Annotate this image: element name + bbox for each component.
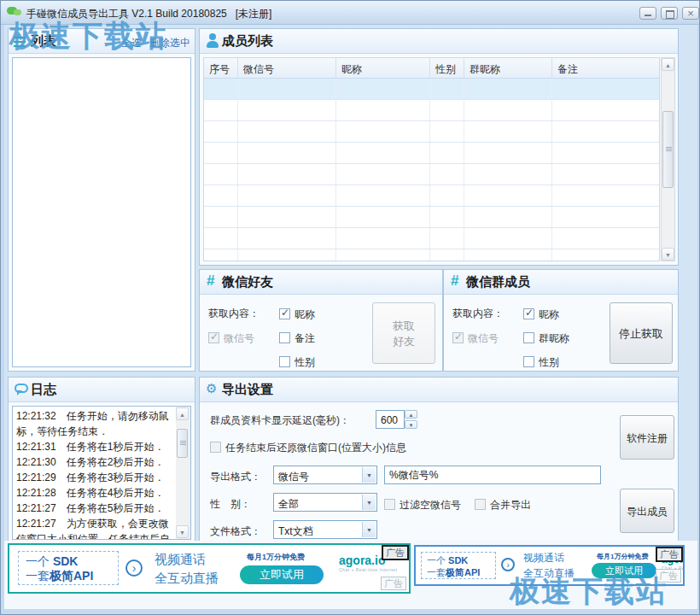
- scrollbar-thumb[interactable]: [177, 429, 188, 458]
- list-panel-header: 列表 全选 删除选中: [9, 29, 195, 54]
- scroll-down-icon[interactable]: ▼: [176, 525, 189, 538]
- gender-checkbox[interactable]: 性别: [279, 354, 315, 370]
- file-format-label: 文件格式：: [210, 524, 261, 539]
- table-row: [204, 121, 659, 143]
- gender-checkbox[interactable]: 性别: [523, 354, 559, 370]
- table-cell: [552, 249, 659, 261]
- scrollbar-thumb[interactable]: [662, 111, 674, 188]
- chevron-down-icon[interactable]: ▼: [362, 467, 376, 483]
- delay-label: 群成员资料卡显示延迟(毫秒)：: [210, 413, 350, 428]
- checkbox-icon[interactable]: [523, 332, 534, 343]
- column-header[interactable]: 昵称: [336, 58, 430, 78]
- remark-checkbox[interactable]: 备注: [279, 330, 315, 346]
- ad-banner[interactable]: 一个 SDK 一套极简API › 视频通话 全互动直播 每月1万分钟免费 立即试…: [414, 545, 685, 586]
- wechat-id-checkbox[interactable]: 微信号: [208, 330, 254, 346]
- log-box[interactable]: 12:21:32 任务开始，请勿移动鼠标，等待任务结束． 12:21:31 任务…: [12, 406, 191, 540]
- checkbox-icon[interactable]: [523, 308, 534, 319]
- delete-selected-link[interactable]: 删除选中: [149, 36, 190, 50]
- checkbox-icon[interactable]: [279, 356, 290, 367]
- ad-strip: 一个 SDK 一套极简API › 视频通话 全互动直播 每月1万分钟免费 立即试…: [4, 541, 697, 609]
- chevron-down-icon[interactable]: ▼: [362, 522, 376, 537]
- table-cell: [336, 164, 430, 184]
- table-cell: [464, 185, 552, 206]
- filter-empty-checkbox[interactable]: 过滤空微信号: [384, 496, 461, 512]
- table-cell: [204, 143, 238, 163]
- stop-fetch-button[interactable]: 停止获取: [610, 302, 673, 364]
- table-cell: [464, 228, 552, 249]
- gender-label: 性 别：: [210, 497, 251, 512]
- format-template-input[interactable]: [384, 466, 601, 484]
- table-cell: [238, 100, 336, 120]
- ad-banner[interactable]: 一个 SDK 一套极简API › 视频通话 全互动直播 每月1万分钟免费 立即试…: [8, 543, 411, 594]
- table-cell: [204, 228, 238, 249]
- column-header[interactable]: 性别: [430, 58, 464, 78]
- nickname-checkbox[interactable]: 昵称: [279, 306, 315, 322]
- chevron-down-icon[interactable]: ▼: [362, 495, 376, 510]
- export-members-button[interactable]: 导出成员: [620, 489, 674, 533]
- table-cell: [552, 164, 659, 184]
- list-panel: 列表 全选 删除选中: [8, 28, 195, 372]
- format-label: 导出格式：: [210, 470, 261, 484]
- table-cell: [336, 100, 430, 120]
- table-cell: [336, 249, 430, 261]
- checkbox-icon[interactable]: [279, 332, 290, 343]
- checkbox-icon[interactable]: [452, 332, 464, 343]
- close-button[interactable]: ×: [682, 7, 699, 20]
- ad-sdk-box: 一个 SDK 一套极简API: [18, 551, 119, 585]
- app-window: 手碰微信成员导出工具 V2.1 Build 20180825 [未注册] × 列…: [0, 0, 700, 615]
- member-panel: 成员列表 序号 微信号 昵称 性别 群昵称 备注 ▲ ▼: [199, 28, 679, 266]
- format-combobox[interactable]: 微信号 ▼: [273, 466, 377, 484]
- content-label: 获取内容：: [452, 307, 504, 321]
- group-listbox[interactable]: [12, 57, 191, 367]
- delay-spinner-value[interactable]: 600: [376, 410, 405, 429]
- log-scrollbar[interactable]: ▲ ▼: [176, 407, 190, 539]
- list-icon: [14, 37, 26, 38]
- table-cell: [430, 143, 464, 163]
- checkbox-icon[interactable]: [384, 499, 395, 510]
- table-cell: [464, 164, 552, 184]
- table-row: [204, 164, 659, 185]
- export-panel: ⚙ 导出设置 群成员资料卡显示延迟(毫秒)： 600 ▲ ▼ 任务结束后还原微信…: [199, 377, 679, 544]
- table-cell: [204, 249, 238, 261]
- gender-combobox[interactable]: 全部 ▼: [273, 493, 377, 512]
- column-header[interactable]: 群昵称: [464, 58, 552, 78]
- spin-down-icon[interactable]: ▼: [405, 420, 417, 429]
- minimize-button[interactable]: [639, 7, 656, 20]
- table-row[interactable]: [204, 79, 659, 100]
- checkbox-icon[interactable]: [523, 356, 534, 367]
- select-all-link[interactable]: 全选: [121, 36, 142, 50]
- table-cell: [204, 164, 238, 184]
- column-header[interactable]: 微信号: [238, 58, 336, 78]
- ad-cta-button[interactable]: 立即试用: [240, 565, 324, 584]
- ad-cta-button[interactable]: 立即试用: [592, 563, 656, 578]
- window-title: 手碰微信成员导出工具 V2.1 Build 20180825 [未注册]: [26, 7, 271, 21]
- ad-tag: 广告: [656, 547, 683, 562]
- merge-export-checkbox[interactable]: 合并导出: [475, 496, 531, 512]
- table-cell: [204, 185, 238, 206]
- nickname-checkbox[interactable]: 昵称: [523, 306, 559, 322]
- get-friends-button[interactable]: 获取 好友: [372, 302, 435, 364]
- register-button[interactable]: 软件注册: [620, 415, 674, 460]
- checkbox-icon[interactable]: [208, 332, 219, 343]
- checkbox-icon[interactable]: [475, 499, 486, 510]
- spin-up-icon[interactable]: ▲: [405, 410, 417, 419]
- scroll-down-icon[interactable]: ▼: [662, 248, 674, 261]
- restore-window-checkbox[interactable]: 任务结束后还原微信窗口(位置大小)信息: [210, 439, 406, 455]
- table-cell: [430, 164, 464, 184]
- member-table-scrollbar[interactable]: ▲ ▼: [661, 57, 675, 261]
- wechat-id-checkbox[interactable]: 微信号: [452, 330, 499, 346]
- content-label: 获取内容：: [208, 307, 260, 321]
- checkbox-icon[interactable]: [279, 308, 290, 319]
- checkbox-icon[interactable]: [210, 442, 221, 453]
- file-format-combobox[interactable]: Txt文档 ▼: [273, 520, 377, 539]
- table-cell: [552, 228, 659, 249]
- column-header[interactable]: 备注: [552, 58, 659, 78]
- maximize-button[interactable]: [661, 7, 678, 20]
- table-cell: [430, 228, 464, 249]
- column-header[interactable]: 序号: [204, 58, 238, 78]
- scroll-up-icon[interactable]: ▲: [176, 407, 189, 420]
- gear-icon: ⚙: [206, 381, 217, 396]
- scroll-up-icon[interactable]: ▲: [662, 58, 674, 71]
- table-cell: [464, 100, 552, 120]
- group-nickname-checkbox[interactable]: 群昵称: [523, 330, 569, 346]
